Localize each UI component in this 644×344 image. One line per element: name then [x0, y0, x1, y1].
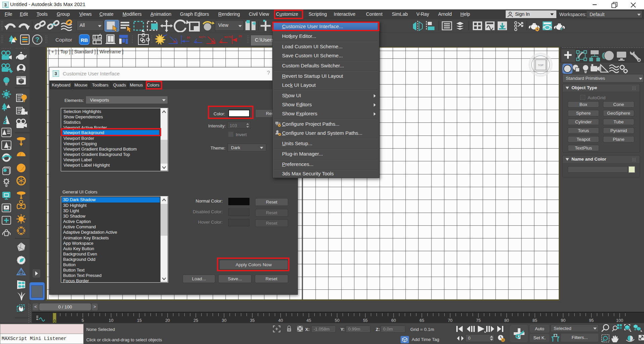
svg-text:20: 20 [165, 318, 170, 323]
svg-text:40: 40 [278, 318, 283, 323]
svg-text:70: 70 [448, 318, 453, 323]
svg-text:30: 30 [222, 318, 226, 323]
svg-text:25: 25 [238, 35, 242, 38]
svg-text:100: 100 [616, 318, 623, 323]
svg-text:?: ? [35, 36, 39, 43]
svg-text:75: 75 [476, 318, 481, 323]
svg-text:60: 60 [391, 318, 396, 323]
svg-text:3: 3 [54, 71, 57, 76]
svg-text:35: 35 [250, 318, 255, 323]
svg-text:15: 15 [137, 318, 142, 323]
svg-text:5: 5 [82, 318, 84, 323]
svg-text:50: 50 [187, 36, 190, 39]
svg-text:50: 50 [335, 318, 339, 323]
svg-text:RB: RB [81, 37, 88, 43]
svg-text:Copitor: Copitor [55, 37, 72, 43]
svg-text:25: 25 [193, 318, 198, 323]
svg-text:65: 65 [419, 318, 424, 323]
svg-text:80: 80 [504, 318, 509, 323]
svg-text:MAX: MAX [5, 6, 8, 8]
svg-text:TOP: TOP [538, 64, 543, 67]
svg-text:45: 45 [211, 40, 214, 44]
svg-text:45: 45 [307, 318, 311, 323]
svg-text:45: 45 [173, 40, 176, 44]
svg-text:NOTI: NOTI [199, 36, 205, 39]
svg-text:NOTE: NOTE [224, 36, 232, 39]
svg-text:85: 85 [533, 318, 537, 323]
svg-text:95: 95 [589, 318, 594, 323]
svg-text:90: 90 [561, 318, 565, 323]
svg-text:55: 55 [363, 318, 368, 323]
svg-text:10: 10 [109, 318, 113, 323]
